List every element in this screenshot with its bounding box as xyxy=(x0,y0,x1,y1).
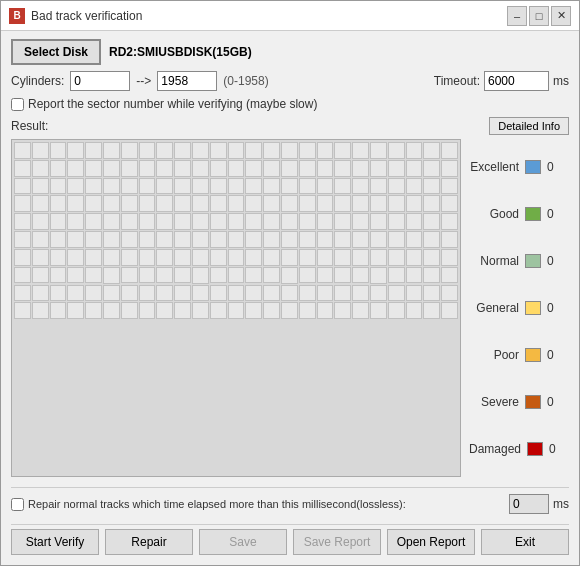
exit-button[interactable]: Exit xyxy=(481,529,569,555)
grid-cell xyxy=(50,160,67,177)
grid-cell xyxy=(334,249,351,266)
grid-cell xyxy=(156,178,173,195)
grid-cell xyxy=(192,160,209,177)
repair-button[interactable]: Repair xyxy=(105,529,193,555)
grid-cell xyxy=(334,302,351,319)
grid-cell xyxy=(352,178,369,195)
grid-cell xyxy=(139,231,156,248)
window-title: Bad track verification xyxy=(31,9,142,23)
legend-count: 0 xyxy=(547,348,554,362)
grid-cell xyxy=(370,302,387,319)
title-bar: B Bad track verification – □ ✕ xyxy=(1,1,579,31)
grid-cell xyxy=(281,249,298,266)
grid-cell xyxy=(192,142,209,159)
grid-cell xyxy=(32,302,49,319)
legend: Excellent0Good0Normal0General0Poor0Sever… xyxy=(469,139,569,477)
grid-cell xyxy=(317,231,334,248)
grid-cell xyxy=(139,302,156,319)
grid-cell xyxy=(406,249,423,266)
grid-cell xyxy=(210,231,227,248)
grid-cell xyxy=(156,249,173,266)
legend-label: General xyxy=(469,301,519,315)
grid-cell xyxy=(121,285,138,302)
repair-ms-input[interactable] xyxy=(509,494,549,514)
grid-cell xyxy=(103,249,120,266)
grid-cell xyxy=(263,160,280,177)
action-row: Start Verify Repair Save Save Report Ope… xyxy=(11,524,569,557)
repair-checkbox[interactable] xyxy=(11,498,24,511)
legend-label: Poor xyxy=(469,348,519,362)
grid-cell xyxy=(32,249,49,266)
result-header: Result: Detailed Info xyxy=(11,117,569,135)
save-report-button[interactable]: Save Report xyxy=(293,529,381,555)
grid-cell xyxy=(263,213,280,230)
grid-cell xyxy=(67,231,84,248)
grid-cell xyxy=(423,285,440,302)
grid-cell xyxy=(156,231,173,248)
maximize-button[interactable]: □ xyxy=(529,6,549,26)
start-verify-button[interactable]: Start Verify xyxy=(11,529,99,555)
grid-cell xyxy=(299,231,316,248)
grid-cell xyxy=(388,142,405,159)
detailed-info-button[interactable]: Detailed Info xyxy=(489,117,569,135)
cylinders-from-input[interactable] xyxy=(70,71,130,91)
grid-cell xyxy=(370,160,387,177)
legend-count: 0 xyxy=(547,207,554,221)
grid-cell xyxy=(192,213,209,230)
grid-cell xyxy=(139,213,156,230)
close-button[interactable]: ✕ xyxy=(551,6,571,26)
grid-cell xyxy=(32,213,49,230)
grid-cell xyxy=(441,178,458,195)
top-row: Select Disk RD2:SMIUSBDISK(15GB) xyxy=(11,39,569,65)
result-body: Excellent0Good0Normal0General0Poor0Sever… xyxy=(11,139,569,477)
grid-cell xyxy=(85,285,102,302)
grid-cell xyxy=(406,231,423,248)
grid-cell xyxy=(156,213,173,230)
grid-cell xyxy=(281,213,298,230)
grid-cell xyxy=(32,178,49,195)
grid-cell xyxy=(334,213,351,230)
grid-cell xyxy=(50,213,67,230)
grid-cell xyxy=(103,213,120,230)
grid-cell xyxy=(317,302,334,319)
grid-cell xyxy=(192,178,209,195)
grid-cell xyxy=(352,213,369,230)
grid-cell xyxy=(334,160,351,177)
grid-cell xyxy=(245,142,262,159)
grid-cell xyxy=(174,302,191,319)
grid-cell xyxy=(192,302,209,319)
grid-cell xyxy=(14,249,31,266)
grid-cell xyxy=(139,249,156,266)
grid-cell xyxy=(174,213,191,230)
cylinders-to-input[interactable] xyxy=(157,71,217,91)
grid-cell xyxy=(50,142,67,159)
save-button[interactable]: Save xyxy=(199,529,287,555)
legend-color-box xyxy=(525,254,541,268)
grid-cell xyxy=(50,285,67,302)
grid-cell xyxy=(210,142,227,159)
legend-label: Normal xyxy=(469,254,519,268)
grid-cell xyxy=(245,302,262,319)
grid-cell xyxy=(423,142,440,159)
timeout-input[interactable] xyxy=(484,71,549,91)
grid-cell xyxy=(228,195,245,212)
result-section: Result: Detailed Info Excellent0Good0Nor… xyxy=(11,117,569,477)
main-window: B Bad track verification – □ ✕ Select Di… xyxy=(0,0,580,566)
grid-cell xyxy=(406,213,423,230)
minimize-button[interactable]: – xyxy=(507,6,527,26)
legend-color-box xyxy=(525,207,541,221)
grid-cell xyxy=(352,285,369,302)
grid-cell xyxy=(245,195,262,212)
grid-cell xyxy=(441,142,458,159)
select-disk-button[interactable]: Select Disk xyxy=(11,39,101,65)
grid-cell xyxy=(388,231,405,248)
grid-cell xyxy=(32,231,49,248)
grid-cell xyxy=(388,302,405,319)
grid-area xyxy=(11,139,461,477)
grid-cell xyxy=(67,267,84,284)
open-report-button[interactable]: Open Report xyxy=(387,529,475,555)
timeout-label: Timeout: xyxy=(434,74,480,88)
sector-checkbox[interactable] xyxy=(11,98,24,111)
grid-cell xyxy=(317,195,334,212)
grid-cell xyxy=(406,160,423,177)
